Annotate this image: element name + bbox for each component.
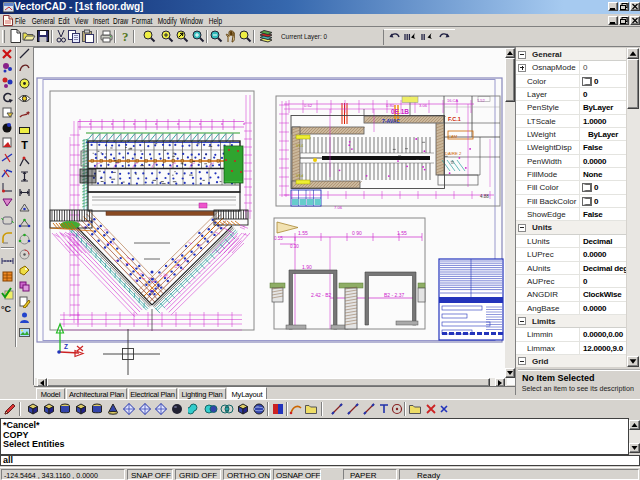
svg-text:0 90: 0 90 <box>352 230 362 236</box>
svg-text:1.55: 1.55 <box>298 230 308 236</box>
svg-text:F.C.1: F.C.1 <box>448 116 461 122</box>
svg-text:1.52: 1.52 <box>477 98 486 103</box>
svg-text:3.06: 3.06 <box>419 103 428 108</box>
svg-text:1.55: 1.55 <box>397 230 407 236</box>
svg-text:0.62: 0.62 <box>304 103 313 108</box>
svg-text:0.30: 0.30 <box>290 244 299 249</box>
svg-text:0E.1B: 0E.1B <box>391 108 409 115</box>
svg-text:0.55: 0.55 <box>274 236 283 241</box>
svg-text:2.42 - B2: 2.42 - B2 <box>311 292 332 298</box>
svg-text:V1d: V1d <box>296 173 303 178</box>
svg-text:DAIRE 2: DAIRE 2 <box>445 151 462 156</box>
svg-text:1.90: 1.90 <box>302 264 312 270</box>
svg-text:7.06: 7.06 <box>334 205 343 210</box>
svg-text:7-AVAC: 7-AVAC <box>382 118 400 124</box>
svg-text:4.88: 4.88 <box>480 194 489 199</box>
svg-text:CAM: CAM <box>448 134 458 139</box>
svg-text:Z: Z <box>64 343 68 350</box>
svg-text:16.CA: 16.CA <box>447 98 458 103</box>
svg-text:B2 - 2.37: B2 - 2.37 <box>384 292 405 298</box>
svg-text:V14: V14 <box>296 143 304 148</box>
